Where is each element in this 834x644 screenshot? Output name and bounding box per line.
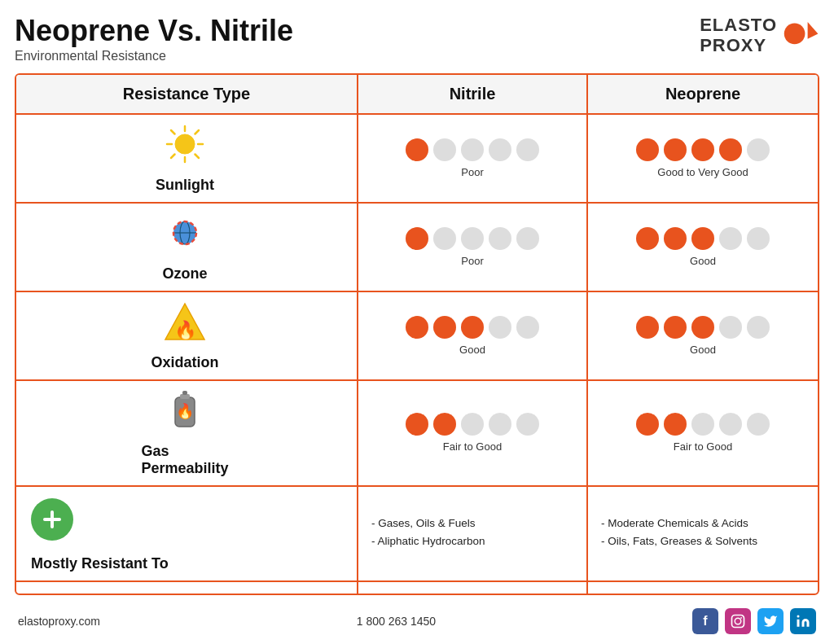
- header-left: Neoprene Vs. Nitrile Environmental Resis…: [15, 15, 293, 64]
- neoprene-mostly-item-2: - Oils, Fats, Greases & Solvents: [601, 533, 757, 550]
- dot-filled: [719, 138, 742, 161]
- twitter-symbol-icon: [763, 614, 778, 629]
- nitrile-sunlight-dots: [406, 138, 539, 161]
- svg-point-25: [735, 618, 741, 624]
- dot-empty: [719, 316, 742, 339]
- oxidation-icon: 🔥: [164, 300, 206, 343]
- nitrile-sunlight-cell: Poor: [358, 115, 588, 202]
- dot-empty: [747, 316, 770, 339]
- dot-empty: [516, 138, 539, 161]
- nitrile-ozone-label: Poor: [461, 255, 483, 267]
- nitrile-mostly-cell: - Gases, Oils & Fuels - Aliphatic Hydroc…: [358, 487, 588, 580]
- dot-empty: [433, 227, 456, 250]
- dot-filled: [406, 227, 428, 250]
- dot-empty: [461, 227, 484, 250]
- nitrile-mostly-item-2: - Aliphatic Hydrocarbon: [371, 533, 485, 550]
- dot-filled: [406, 413, 428, 436]
- logo: ELASTO PROXY: [700, 15, 819, 56]
- linkedin-symbol-icon: [796, 614, 810, 629]
- svg-point-0: [784, 24, 805, 45]
- neoprene-ozone-dots: [636, 227, 770, 250]
- nitrile-gas-label: Fair to Good: [443, 440, 502, 453]
- nitrile-sunlight-label: Poor: [461, 166, 483, 178]
- nitrile-oxidation-cell: Good: [358, 292, 588, 379]
- nitrile-mostly-item-1: - Gases, Oils & Fuels: [371, 515, 476, 532]
- svg-marker-1: [808, 22, 819, 39]
- svg-point-2: [175, 134, 195, 154]
- dot-filled: [406, 138, 428, 161]
- neoprene-mostly-item-1: - Moderate Chemicals & Acids: [601, 515, 748, 532]
- instagram-symbol-icon: [731, 614, 745, 629]
- sunlight-label: Sunlight: [156, 177, 214, 194]
- dot-empty: [489, 413, 511, 436]
- neoprene-oxidation-dots: [636, 316, 770, 339]
- svg-text:🔥: 🔥: [174, 319, 197, 341]
- dot-filled: [636, 227, 659, 250]
- neoprene-gas-dots: [636, 413, 770, 436]
- instagram-icon[interactable]: [725, 608, 751, 634]
- nitrile-gas-cell: Fair to Good: [358, 381, 588, 485]
- nitrile-gas-dots: [406, 413, 539, 436]
- neoprene-least-cell: - Esters & Ketones - Chlorinated, Aromat…: [588, 582, 818, 595]
- nitrile-ozone-dots: [406, 227, 539, 250]
- dot-empty: [516, 227, 539, 250]
- footer-social-icons: f: [692, 608, 816, 634]
- neoprene-sunlight-label: Good to Very Good: [657, 166, 748, 178]
- ozone-icon: [164, 212, 206, 254]
- neoprene-sunlight-dots: [636, 138, 770, 161]
- minus-icon: [31, 594, 73, 595]
- table-body: Sunlight Poor: [16, 113, 818, 595]
- svg-line-8: [195, 154, 200, 158]
- svg-line-9: [195, 130, 200, 134]
- facebook-icon[interactable]: f: [692, 608, 718, 634]
- svg-rect-24: [731, 616, 744, 628]
- dot-empty: [719, 227, 742, 250]
- neoprene-sunlight-cell: Good to Very Good: [588, 115, 818, 202]
- dot-filled: [636, 316, 659, 339]
- svg-line-10: [171, 154, 175, 158]
- dot-empty: [747, 413, 770, 436]
- header: Neoprene Vs. Nitrile Environmental Resis…: [15, 15, 819, 64]
- col-header-nitrile: Nitrile: [358, 75, 588, 113]
- svg-text:🔥: 🔥: [176, 402, 195, 420]
- twitter-icon[interactable]: [757, 608, 784, 634]
- label-cell-least: Least Resistant To: [16, 582, 358, 595]
- table-row: Least Resistant To - Ketones & Aromatic …: [16, 580, 818, 595]
- dot-empty: [516, 413, 539, 436]
- table-row: Mostly Resistant To - Gases, Oils & Fuel…: [16, 485, 818, 580]
- label-cell-gas: 🔥 Gas Permeability: [16, 381, 358, 485]
- dot-filled: [664, 138, 687, 161]
- logo-figure-icon: [780, 15, 819, 55]
- mostly-label: Mostly Resistant To: [31, 555, 169, 572]
- dot-empty: [489, 138, 511, 161]
- neoprene-mostly-cell: - Moderate Chemicals & Acids - Oils, Fat…: [588, 487, 818, 580]
- dot-filled: [406, 316, 428, 339]
- plus-symbol-icon: [41, 508, 64, 531]
- oxidation-label: Oxidation: [151, 354, 218, 371]
- nitrile-oxidation-label: Good: [459, 344, 485, 356]
- dot-filled: [691, 227, 714, 250]
- col-header-resistance: Resistance Type: [16, 75, 358, 113]
- dot-filled: [433, 413, 456, 436]
- label-cell-ozone: Ozone: [16, 204, 358, 291]
- footer-phone: 1 800 263 1450: [357, 615, 436, 628]
- linkedin-icon[interactable]: [790, 608, 816, 634]
- table-row: Sunlight Poor: [16, 113, 818, 202]
- neoprene-oxidation-label: Good: [690, 344, 716, 356]
- gas-label: Gas Permeability: [141, 443, 228, 477]
- dot-filled: [691, 316, 714, 339]
- dot-empty: [747, 138, 770, 161]
- nitrile-least-cell: - Ketones & Aromatic Oils - Sunlight, We…: [358, 582, 588, 595]
- table-row: 🔥 Oxidation Good: [16, 291, 818, 379]
- footer: elastoproxy.com 1 800 263 1450 f: [15, 602, 819, 636]
- dot-empty: [489, 316, 511, 339]
- label-cell-mostly: Mostly Resistant To: [16, 487, 358, 580]
- label-cell-sunlight: Sunlight: [16, 115, 358, 202]
- comparison-table: Resistance Type Nitrile Neoprene: [15, 73, 819, 595]
- dot-filled: [461, 316, 484, 339]
- dot-empty: [747, 227, 770, 250]
- neoprene-gas-label: Fair to Good: [674, 440, 732, 453]
- dot-filled: [691, 138, 714, 161]
- footer-website[interactable]: elastoproxy.com: [18, 615, 100, 628]
- neoprene-ozone-label: Good: [690, 255, 716, 267]
